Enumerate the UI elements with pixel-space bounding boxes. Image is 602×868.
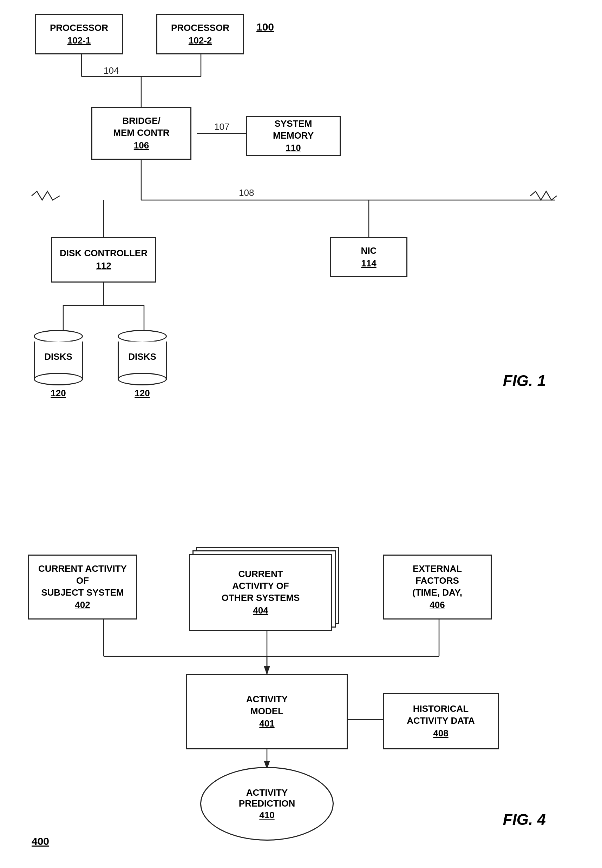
disks1-body: DISKS bbox=[34, 341, 83, 380]
activity-prediction-label: ACTIVITYPREDICTION bbox=[239, 787, 295, 809]
historical-box: HISTORICALACTIVITY DATA 408 bbox=[383, 693, 499, 749]
disks1-cylinder: DISKS 120 bbox=[34, 330, 83, 399]
system-memory-box: SYSTEMMEMORY 110 bbox=[246, 116, 341, 156]
current-others-label: CURRENTACTIVITY OFOTHER SYSTEMS bbox=[222, 568, 299, 604]
processor1-label: PROCESSOR bbox=[50, 22, 108, 34]
svg-text:104: 104 bbox=[104, 65, 119, 76]
historical-ref: 408 bbox=[433, 727, 448, 739]
bridge-label: BRIDGE/MEM CONTR bbox=[113, 115, 169, 139]
system-memory-ref: 110 bbox=[286, 142, 301, 154]
historical-label: HISTORICALACTIVITY DATA bbox=[407, 703, 475, 727]
external-factors-label: EXTERNALFACTORS(TIME, DAY, bbox=[412, 563, 462, 599]
nic-label: NIC bbox=[361, 245, 377, 257]
disks2-label: DISKS bbox=[128, 351, 156, 362]
section-divider bbox=[14, 446, 588, 446]
system-100-label: 100 bbox=[256, 21, 274, 33]
activity-model-box: ACTIVITYMODEL 401 bbox=[186, 674, 348, 749]
disks1-bottom bbox=[34, 373, 83, 386]
disk-controller-ref: 112 bbox=[96, 260, 111, 272]
bridge-ref: 106 bbox=[134, 140, 149, 152]
current-subject-box: CURRENT ACTIVITYOFSUBJECT SYSTEM 402 bbox=[28, 554, 137, 620]
disks2-top bbox=[118, 330, 167, 343]
fig4-diagram-ref: 400 bbox=[32, 835, 49, 847]
system-memory-label: SYSTEMMEMORY bbox=[273, 118, 314, 142]
disks2-cylinder: DISKS 120 bbox=[118, 330, 167, 399]
page: 104 107 108 PROCESSOR 10 bbox=[0, 0, 602, 868]
bridge-box: BRIDGE/MEM CONTR 106 bbox=[91, 107, 191, 160]
processor2-label: PROCESSOR bbox=[171, 22, 229, 34]
processor2-ref: 102-2 bbox=[189, 35, 212, 47]
nic-box: NIC 114 bbox=[330, 237, 407, 277]
current-others-ref: 404 bbox=[253, 605, 268, 617]
activity-model-label: ACTIVITYMODEL bbox=[246, 693, 288, 717]
external-factors-box: EXTERNALFACTORS(TIME, DAY, 406 bbox=[383, 554, 492, 620]
processor1-box: PROCESSOR 102-1 bbox=[35, 14, 123, 54]
disks2-bottom bbox=[118, 373, 167, 386]
fig4-label: FIG. 4 bbox=[503, 811, 546, 828]
disks1-top bbox=[34, 330, 83, 343]
current-subject-label: CURRENT ACTIVITYOFSUBJECT SYSTEM bbox=[38, 563, 127, 599]
current-subject-ref: 402 bbox=[75, 599, 90, 611]
activity-prediction-ref: 410 bbox=[259, 810, 274, 821]
disk-controller-label: DISK CONTROLLER bbox=[60, 248, 147, 259]
disks1-label: DISKS bbox=[44, 351, 72, 362]
fig1-label: FIG. 1 bbox=[503, 372, 546, 390]
svg-text:108: 108 bbox=[239, 187, 254, 198]
nic-ref: 114 bbox=[361, 258, 376, 269]
svg-text:107: 107 bbox=[214, 121, 229, 132]
disk-controller-box: DISK CONTROLLER 112 bbox=[51, 237, 156, 283]
disks2-ref: 120 bbox=[135, 388, 150, 399]
external-factors-ref: 406 bbox=[430, 599, 445, 611]
processor1-ref: 102-1 bbox=[68, 35, 91, 47]
activity-model-ref: 401 bbox=[259, 718, 274, 730]
activity-prediction-box: ACTIVITYPREDICTION 410 bbox=[200, 767, 334, 840]
disks1-ref: 120 bbox=[51, 388, 66, 399]
processor2-box: PROCESSOR 102-2 bbox=[156, 14, 244, 54]
current-others-box: CURRENTACTIVITY OFOTHER SYSTEMS 404 bbox=[189, 554, 332, 631]
disks2-body: DISKS bbox=[118, 341, 167, 380]
